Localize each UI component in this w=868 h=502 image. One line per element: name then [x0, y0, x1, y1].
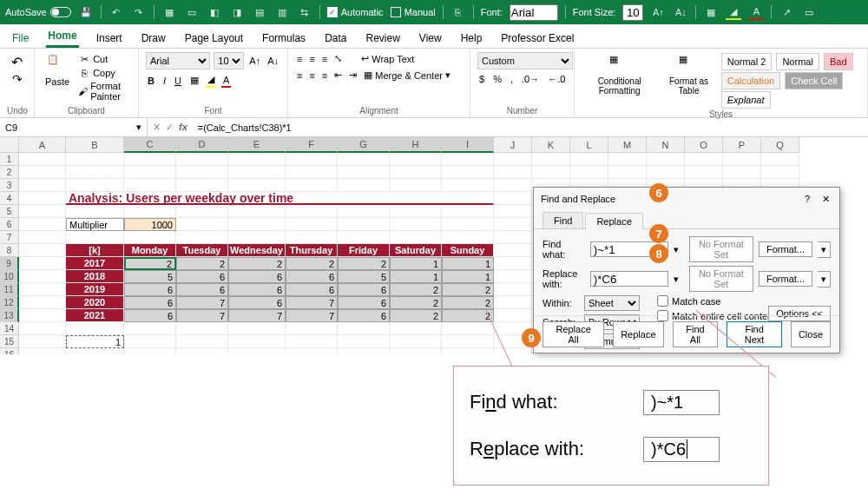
cell[interactable]: [66, 205, 124, 218]
cell[interactable]: 6: [338, 296, 390, 309]
cell[interactable]: [494, 179, 532, 192]
style-check-cell[interactable]: Check Cell: [785, 72, 843, 89]
cell[interactable]: [494, 348, 532, 354]
cell[interactable]: Analysis: Users per weekday over time: [66, 192, 494, 205]
cell[interactable]: [494, 192, 532, 205]
row-header[interactable]: 9: [0, 257, 19, 270]
tab-help[interactable]: Help: [459, 29, 484, 48]
qat-icon[interactable]: ◨: [229, 4, 245, 20]
enter-icon[interactable]: ✓: [166, 122, 174, 133]
cell[interactable]: [390, 205, 442, 218]
cell[interactable]: [390, 231, 442, 244]
cell[interactable]: 6: [124, 283, 176, 296]
cell[interactable]: [19, 179, 66, 192]
align-left-button[interactable]: ≡: [295, 69, 304, 82]
column-header[interactable]: I: [442, 137, 494, 153]
cell[interactable]: [228, 335, 286, 348]
cell[interactable]: [442, 205, 494, 218]
cell[interactable]: 6: [176, 283, 228, 296]
cell[interactable]: [19, 166, 66, 179]
close-button[interactable]: Close: [791, 321, 831, 347]
cell[interactable]: 2020: [66, 296, 124, 309]
cell[interactable]: 2019: [66, 283, 124, 296]
cell[interactable]: [338, 322, 390, 335]
cell[interactable]: [647, 166, 685, 179]
row-header[interactable]: 8: [0, 244, 19, 257]
cell[interactable]: 2: [176, 257, 228, 270]
cell[interactable]: [66, 166, 124, 179]
cell[interactable]: [338, 348, 390, 354]
cell[interactable]: 2: [442, 296, 494, 309]
row-header[interactable]: 5: [0, 205, 19, 218]
cell[interactable]: [19, 218, 66, 231]
style-normal[interactable]: Normal: [776, 53, 819, 70]
cell[interactable]: 6: [124, 296, 176, 309]
cell[interactable]: 2: [286, 257, 338, 270]
cell[interactable]: Saturday: [390, 244, 442, 257]
cell[interactable]: [228, 205, 286, 218]
row-header[interactable]: 13: [0, 309, 19, 322]
redo-icon[interactable]: ↷: [131, 4, 147, 20]
column-header[interactable]: G: [338, 137, 390, 153]
fill-color-button[interactable]: ◢: [206, 73, 216, 88]
cell[interactable]: 2: [124, 257, 176, 270]
cell[interactable]: [66, 231, 124, 244]
cell[interactable]: 6: [338, 283, 390, 296]
cell[interactable]: [66, 322, 124, 335]
cell[interactable]: Wednesday: [228, 244, 286, 257]
formula-input[interactable]: [193, 122, 868, 133]
cell[interactable]: [338, 231, 390, 244]
replace-button[interactable]: Replace: [613, 321, 663, 347]
cell[interactable]: [494, 244, 532, 257]
replace-with-input[interactable]: [590, 271, 668, 287]
conditional-formatting-button[interactable]: ▦ Conditional Formatting: [582, 52, 657, 109]
qat-icon[interactable]: ↗: [779, 4, 794, 20]
cell[interactable]: [442, 322, 494, 335]
cell[interactable]: Monday: [124, 244, 176, 257]
style-calculation[interactable]: Calculation: [721, 72, 780, 89]
cell[interactable]: Sunday: [442, 244, 494, 257]
cell[interactable]: [494, 283, 532, 296]
cell[interactable]: [647, 153, 685, 166]
find-all-button[interactable]: Find All: [673, 321, 719, 347]
row-header[interactable]: 4: [0, 192, 19, 205]
cell[interactable]: [19, 322, 66, 335]
cell[interactable]: [66, 348, 124, 354]
cell[interactable]: [532, 166, 570, 179]
cell[interactable]: [442, 348, 494, 354]
row-header[interactable]: 11: [0, 283, 19, 296]
fill-color-icon[interactable]: ◢: [726, 4, 741, 20]
cell[interactable]: [390, 166, 442, 179]
cell[interactable]: [390, 348, 442, 354]
cell[interactable]: [338, 218, 390, 231]
style-explanatory[interactable]: Explanat: [721, 91, 771, 109]
tab-data[interactable]: Data: [323, 29, 348, 48]
borders-icon[interactable]: ▦: [703, 4, 719, 20]
tab-professor-excel[interactable]: Professor Excel: [499, 29, 575, 48]
tab-find[interactable]: Find: [542, 212, 583, 228]
tab-review[interactable]: Review: [364, 29, 401, 48]
cell[interactable]: [124, 166, 176, 179]
cell[interactable]: [390, 218, 442, 231]
cell[interactable]: 6: [176, 270, 228, 283]
tab-draw[interactable]: Draw: [140, 29, 168, 48]
cell[interactable]: 1: [442, 270, 494, 283]
merge-center-button[interactable]: ▦ Merge & Center ▾: [362, 69, 452, 82]
column-header[interactable]: C: [124, 137, 176, 153]
bold-button[interactable]: B: [146, 73, 156, 88]
orientation-button[interactable]: ⤡: [332, 52, 344, 65]
column-header[interactable]: P: [723, 137, 761, 153]
cell[interactable]: [685, 166, 723, 179]
cell[interactable]: [19, 270, 66, 283]
qat-icon[interactable]: ▥: [274, 4, 290, 20]
save-icon[interactable]: 💾: [78, 4, 94, 20]
accounting-button[interactable]: $: [477, 73, 486, 85]
column-header[interactable]: L: [570, 137, 608, 153]
cell[interactable]: [608, 166, 647, 179]
cancel-icon[interactable]: ✕: [153, 122, 161, 133]
cell[interactable]: [124, 335, 176, 348]
cell[interactable]: 2: [390, 283, 442, 296]
cell[interactable]: 1: [66, 335, 124, 348]
cell[interactable]: [228, 218, 286, 231]
increase-font-icon[interactable]: A↑: [650, 4, 666, 20]
